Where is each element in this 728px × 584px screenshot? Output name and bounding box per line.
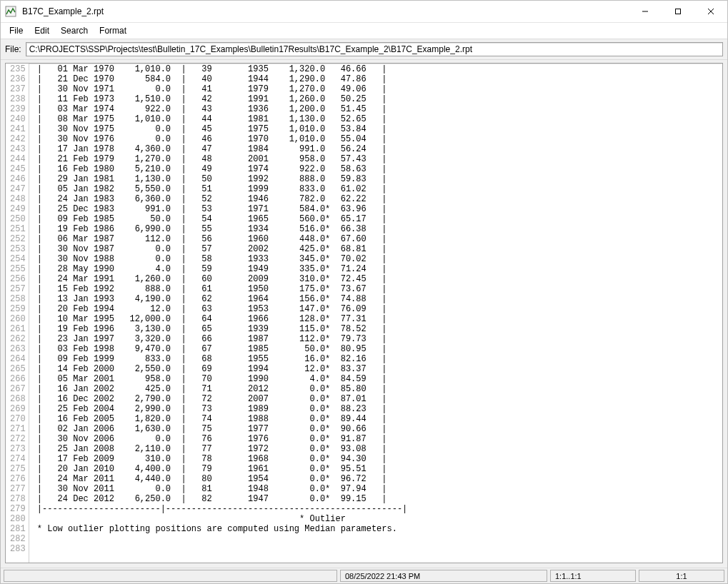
- file-path-input[interactable]: C:\PROJECTS\SSP\Projects\test\Bulletin_1…: [26, 42, 723, 56]
- editor-content[interactable]: 235 236 237 238 239 240 241 242 243 244 …: [6, 64, 722, 563]
- editor-area: 235 236 237 238 239 240 241 242 243 244 …: [5, 63, 723, 563]
- close-button[interactable]: [694, 1, 727, 22]
- maximize-button[interactable]: [662, 1, 694, 22]
- menu-format[interactable]: Format: [94, 24, 132, 37]
- titlebar: B17C_Example_2.rpt: [1, 1, 727, 23]
- window-title: B17C_Example_2.rpt: [21, 6, 629, 16]
- editor-scroll[interactable]: 235 236 237 238 239 240 241 242 243 244 …: [6, 64, 722, 563]
- menubar: File Edit Search Format: [1, 23, 727, 39]
- menu-edit[interactable]: Edit: [29, 24, 55, 37]
- status-cell-datetime: 08/25/2022 21:43 PM: [340, 570, 547, 582]
- menu-search[interactable]: Search: [55, 24, 94, 37]
- status-cell-position: 1:1: [639, 570, 724, 582]
- file-path-row: File: C:\PROJECTS\SSP\Projects\test\Bull…: [1, 39, 727, 60]
- minimize-button[interactable]: [629, 1, 662, 22]
- app-icon: [5, 6, 16, 17]
- window-controls: [629, 1, 727, 22]
- line-number-gutter: 235 236 237 238 239 240 241 242 243 244 …: [6, 64, 29, 563]
- code-text[interactable]: | 01 Mar 1970 1,010.0 | 39 1935 1,320.0 …: [29, 64, 722, 563]
- menu-file[interactable]: File: [4, 24, 29, 37]
- app-window: B17C_Example_2.rpt File Edit Search Form…: [0, 0, 728, 584]
- status-cell-1: [4, 570, 337, 582]
- svg-rect-2: [676, 9, 681, 14]
- status-cell-selection: 1:1..1:1: [550, 570, 636, 582]
- statusbar: 08/25/2022 21:43 PM 1:1..1:1 1:1: [1, 568, 727, 583]
- file-label: File:: [5, 44, 21, 54]
